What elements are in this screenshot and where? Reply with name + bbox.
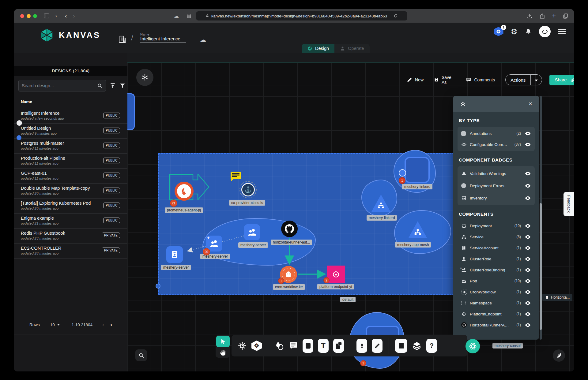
prev-page-icon[interactable]: ‹	[102, 322, 104, 328]
freehand-tool-icon[interactable]	[372, 339, 383, 353]
panel-row-service[interactable]: Service (8)	[458, 231, 535, 242]
design-list-item[interactable]: Production-alt Pipeline updated 11 minut…	[14, 154, 127, 169]
rows-per-page-select[interactable]: 10	[50, 322, 55, 327]
panel-row-pod[interactable]: Pod (10)	[458, 275, 535, 286]
collapse-panel-icon[interactable]	[460, 101, 466, 107]
design-list-item[interactable]: Double Bubble Map Template-copy updated …	[14, 184, 127, 199]
minimize-window-button[interactable]	[27, 14, 31, 18]
new-tab-icon[interactable]: +	[552, 13, 556, 19]
visibility-eye-icon[interactable]	[525, 300, 531, 306]
design-list-item[interactable]: Enigma example updated 21 minutes ago PU…	[14, 214, 127, 229]
actions-dropdown-button[interactable]: Actions	[505, 74, 542, 85]
reload-icon[interactable]	[394, 14, 398, 18]
panel-row-clusterrolebinding[interactable]: + ClusterRoleBinding (1)	[458, 264, 535, 275]
close-panel-icon[interactable]: ×	[529, 100, 532, 107]
visibility-eye-icon[interactable]	[525, 141, 531, 148]
signature-button[interactable]	[553, 349, 565, 362]
node-prometheus[interactable]	[175, 182, 194, 201]
node-platform-endpoint[interactable]	[327, 266, 345, 283]
warning-badge[interactable]: 20	[203, 248, 210, 255]
panel-row-validation-warnings[interactable]: Validation Warnings	[458, 167, 535, 180]
panel-scrollbar-thumb[interactable]	[540, 203, 542, 330]
visibility-eye-icon[interactable]	[525, 183, 531, 189]
back-icon[interactable]: ‹	[65, 13, 67, 19]
visibility-eye-icon[interactable]	[525, 278, 531, 284]
select-tool-button[interactable]	[216, 336, 230, 347]
visibility-eye-icon[interactable]	[525, 267, 531, 273]
sidebar-toggle-icon[interactable]	[44, 13, 49, 18]
meshery-dock-button[interactable]	[466, 339, 480, 353]
design-canvas[interactable]: default 1	[127, 53, 574, 371]
share-page-icon[interactable]	[539, 13, 545, 19]
sticky-note-tool-icon[interactable]	[333, 339, 344, 353]
text-tool-icon[interactable]: T	[318, 339, 329, 353]
design-list-item[interactable]: Postgres multi-master updated 11 minutes…	[14, 139, 127, 154]
visibility-eye-icon[interactable]	[525, 170, 531, 177]
menu-hamburger-icon[interactable]	[558, 28, 566, 35]
warning-badge[interactable]: 2	[323, 277, 330, 283]
close-window-button[interactable]	[20, 14, 24, 18]
visibility-eye-icon[interactable]	[525, 322, 531, 328]
linkerd-mini-icon[interactable]	[399, 169, 406, 177]
panel-row-cronworkflow[interactable]: CronWorkflow (1)	[458, 286, 535, 297]
panel-row-deployment-errors[interactable]: Deployment Errors	[458, 180, 535, 192]
downloads-icon[interactable]	[527, 13, 533, 19]
cloud-icon[interactable]: ☁	[174, 13, 179, 19]
panel-row-serviceaccount[interactable]: ServiceAccount (1)	[458, 242, 535, 253]
freeze-layout-button[interactable]	[136, 69, 153, 86]
tab-design[interactable]: Design	[302, 44, 334, 53]
error-badge[interactable]: 1	[399, 177, 405, 184]
panel-row-annotations[interactable]: Annotations (2)	[458, 128, 535, 139]
comment-tool-icon[interactable]	[289, 341, 298, 350]
design-list-item[interactable]: [Tutorial] Exploring Kubernetes Pod upda…	[14, 199, 127, 214]
tab-operate[interactable]: Operate	[334, 44, 369, 53]
filter-icon[interactable]	[119, 83, 126, 89]
share-button[interactable]: Share	[549, 75, 574, 85]
feedback-tab[interactable]: Feedback	[564, 192, 574, 216]
visibility-eye-icon[interactable]	[525, 195, 531, 201]
notifications-bell-icon[interactable]	[525, 28, 532, 35]
error-badge[interactable]: 1	[360, 360, 366, 366]
comments-button[interactable]: Comments	[466, 77, 495, 83]
design-list-item[interactable]: Untitled Design updated 9 minutes ago PU…	[14, 124, 127, 139]
zoom-window-button[interactable]	[33, 14, 37, 18]
panel-row-deployment[interactable]: Deployment (10)	[458, 220, 535, 231]
warning-badge[interactable]: 21	[170, 199, 177, 207]
import-design-icon[interactable]	[110, 83, 116, 89]
panel-row-clusterrole[interactable]: ClusterRole (1)	[458, 253, 535, 264]
connection-handle[interactable]	[156, 284, 160, 289]
settings-gear-icon[interactable]: ⚙	[511, 27, 518, 36]
node-ca-provider[interactable]: ⚓	[239, 181, 257, 198]
warning-badge[interactable]: 1	[278, 278, 284, 284]
node-meshery-linkerd-ns[interactable]	[405, 157, 430, 183]
save-as-button[interactable]: Save As	[434, 75, 455, 85]
design-search-input[interactable]	[22, 83, 97, 88]
design-name-input[interactable]	[140, 36, 186, 43]
drawer-tool-icon[interactable]	[395, 339, 407, 353]
design-list-item[interactable]: Intelligent Inference updated a few seco…	[14, 109, 127, 124]
tabs-icon[interactable]	[563, 13, 568, 19]
pan-hand-icon[interactable]	[219, 348, 227, 356]
url-bar[interactable]: kanvas.new/extension/meshmap?mode=design…	[196, 11, 407, 20]
node-meshery-server-sa[interactable]	[166, 246, 183, 263]
design-list-item[interactable]: EC2-CONTROLLER updated 28 minutes ago PR…	[14, 244, 127, 259]
visibility-eye-icon[interactable]	[525, 289, 531, 295]
forward-icon[interactable]: ›	[73, 13, 75, 19]
visibility-eye-icon[interactable]	[525, 256, 531, 262]
media-tool-icon[interactable]	[303, 339, 313, 353]
shapes-tool-icon[interactable]	[274, 341, 284, 351]
new-design-button[interactable]: New	[407, 77, 424, 83]
help-tool-icon[interactable]: ?	[426, 339, 437, 353]
visibility-eye-icon[interactable]	[525, 130, 531, 137]
zoom-search-button[interactable]	[135, 349, 147, 361]
panel-row-horizontalrunner[interactable]: HorizontalRunnerAutos… (1)	[458, 319, 535, 330]
kubernetes-tool-icon[interactable]: ☸	[251, 341, 262, 351]
panel-row-namespace[interactable]: Namespace (1)	[458, 297, 535, 308]
kubernetes-context-button[interactable]: ☸ 1	[494, 27, 503, 36]
panel-scrollbar[interactable]	[540, 96, 542, 340]
next-page-icon[interactable]: ›	[110, 322, 112, 328]
components-tool-icon[interactable]	[238, 341, 247, 350]
panel-row-inventory[interactable]: Inventory	[458, 192, 535, 204]
tab-overview-icon[interactable]	[187, 13, 191, 18]
comment-annotation-icon[interactable]	[230, 171, 242, 181]
